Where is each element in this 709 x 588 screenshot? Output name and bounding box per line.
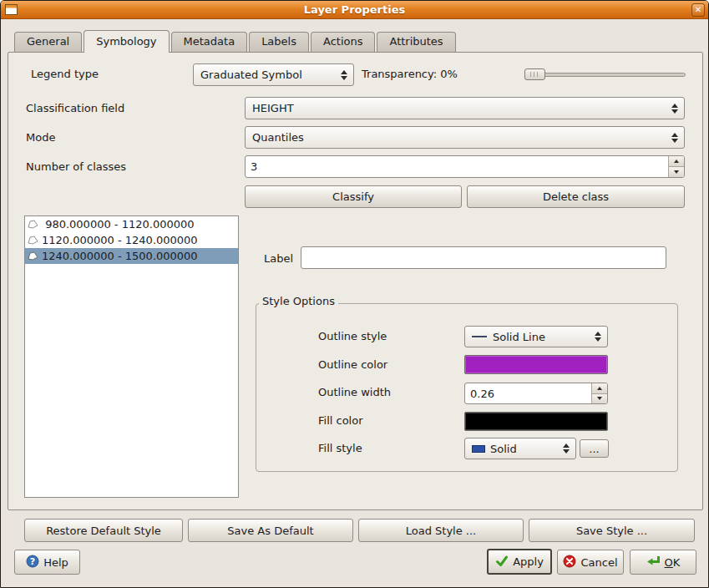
slider-grip-icon (530, 72, 539, 77)
outline-color-label: Outline color (318, 358, 387, 371)
classify-button[interactable]: Classify (245, 185, 462, 208)
label-field-label: Label (264, 252, 293, 265)
class-list-item[interactable]: 980.000000 - 1120.000000 (25, 216, 238, 232)
tab-metadata[interactable]: Metadata (171, 32, 248, 52)
outline-color-swatch[interactable] (464, 355, 608, 374)
ok-enter-arrow-icon (646, 555, 661, 569)
transparency-label: Transparency: 0% (362, 68, 458, 80)
class-list-item[interactable]: 1120.000000 - 1240.000000 (25, 232, 238, 248)
class-list-item-selected[interactable]: 1240.000000 - 1500.000000 (25, 248, 238, 264)
slider-handle[interactable] (524, 68, 545, 80)
fill-style-more-button[interactable]: ... (580, 439, 609, 458)
fill-color-label: Fill color (318, 414, 363, 427)
legend-type-label: Legend type (31, 68, 99, 80)
label-input[interactable] (301, 247, 666, 268)
layer-properties-dialog: Layer Properties ✕ General Symbology Met… (0, 0, 709, 588)
outline-width-spinner (464, 383, 608, 404)
mode-combo[interactable]: Quantiles (245, 126, 685, 149)
tab-general[interactable]: General (14, 32, 82, 52)
tab-bar: General Symbology Metadata Labels Action… (14, 30, 458, 53)
label-textbox (301, 246, 666, 269)
delete-class-button[interactable]: Delete class (467, 185, 685, 208)
close-icon[interactable]: ✕ (691, 3, 705, 17)
spinner-buttons (591, 383, 607, 403)
window-title: Layer Properties (1, 3, 708, 16)
combo-arrows-icon (671, 104, 678, 114)
combo-arrows-icon (341, 70, 347, 80)
mode-value: Quantiles (252, 131, 304, 144)
outline-width-label: Outline width (318, 386, 391, 398)
spin-up-button[interactable] (669, 156, 684, 167)
classification-field-value: HEIGHT (252, 102, 294, 114)
help-button[interactable]: ? Help (14, 550, 80, 575)
class-range-label: 1120.000000 - 1240.000000 (42, 234, 198, 246)
spin-up-button[interactable] (592, 383, 607, 394)
class-range-label: 1240.000000 - 1500.000000 (42, 250, 198, 262)
transparency-slider[interactable] (524, 68, 686, 81)
class-symbol-icon (27, 219, 40, 230)
ok-label: OK (665, 556, 681, 569)
legend-type-value: Graduated Symbol (200, 68, 302, 81)
svg-text:?: ? (30, 556, 35, 567)
number-of-classes-input[interactable] (246, 156, 666, 177)
solid-fill-icon (472, 445, 485, 453)
restore-default-style-button[interactable]: Restore Default Style (24, 519, 183, 542)
number-of-classes-spinner (245, 155, 685, 178)
mode-label: Mode (26, 131, 55, 144)
class-range-label: 980.000000 - 1120.000000 (42, 218, 195, 231)
class-symbol-icon (27, 235, 40, 246)
spinner-buttons (668, 156, 684, 177)
fill-style-value: Solid (490, 443, 517, 455)
fill-style-combo[interactable]: Solid (464, 438, 576, 459)
save-style-button[interactable]: Save Style ... (529, 519, 695, 542)
spin-down-button[interactable] (592, 394, 607, 404)
tab-symbology[interactable]: Symbology (84, 30, 169, 53)
outline-style-label: Outline style (318, 330, 387, 342)
slider-track[interactable] (524, 73, 686, 77)
help-icon: ? (26, 555, 39, 570)
tab-attributes[interactable]: Attributes (377, 32, 455, 52)
titlebar[interactable]: Layer Properties ✕ (1, 1, 708, 19)
fill-style-label: Fill style (318, 442, 362, 454)
solid-line-icon (472, 336, 487, 337)
number-of-classes-label: Number of classes (26, 160, 126, 173)
save-as-default-button[interactable]: Save As Default (188, 519, 353, 542)
spin-down-button[interactable] (669, 167, 684, 177)
combo-arrows-icon (563, 444, 570, 454)
legend-type-combo[interactable]: Graduated Symbol (193, 63, 354, 86)
outline-style-combo[interactable]: Solid Line (464, 326, 608, 347)
classification-field-combo[interactable]: HEIGHT (245, 97, 685, 119)
combo-arrows-icon (671, 133, 678, 143)
cancel-button[interactable]: Cancel (557, 550, 624, 575)
classification-field-label: Classification field (26, 102, 124, 114)
style-options-title: Style Options (259, 295, 338, 307)
cancel-icon (563, 555, 576, 570)
tab-actions[interactable]: Actions (311, 32, 376, 52)
class-symbol-icon (27, 251, 40, 261)
outline-width-input[interactable] (465, 383, 589, 403)
load-style-button[interactable]: Load Style ... (358, 519, 524, 542)
apply-button[interactable]: Apply (487, 549, 552, 575)
class-list: 980.000000 - 1120.000000 1120.000000 - 1… (24, 215, 239, 498)
ok-button[interactable]: OK (630, 550, 696, 575)
outline-style-value: Solid Line (493, 331, 545, 343)
combo-arrows-icon (595, 332, 601, 342)
apply-check-icon (495, 555, 509, 570)
fill-color-swatch[interactable] (464, 412, 608, 431)
tab-labels[interactable]: Labels (249, 32, 309, 52)
